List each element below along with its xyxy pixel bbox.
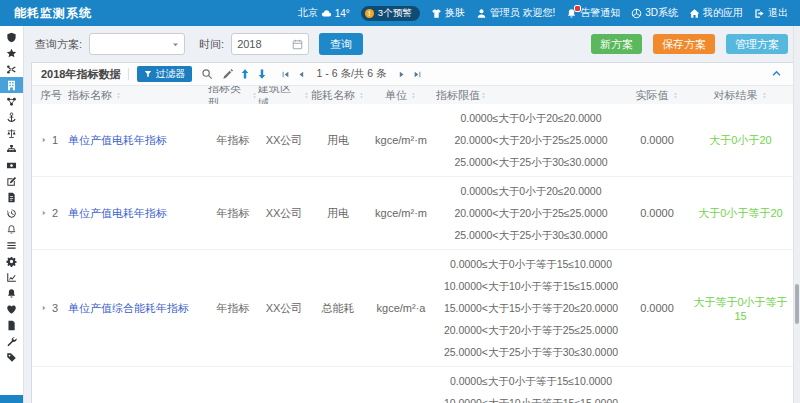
row-area: XX公司	[258, 301, 310, 316]
sidebar-item-bell-o[interactable]	[0, 221, 23, 237]
row-number: 2	[52, 207, 58, 219]
page-scrollbar[interactable]	[793, 26, 800, 403]
indicator-name-link[interactable]: 单位产值电耗年指标	[68, 206, 167, 221]
manage-plan-button[interactable]: 管理方案	[726, 34, 788, 54]
column-header-8[interactable]: 对标结果	[688, 88, 793, 103]
row-energy: 总能耗	[310, 301, 366, 316]
menu-item-label: 我的应用	[703, 6, 743, 20]
expand-row-icon[interactable]	[40, 304, 48, 312]
move-down-icon[interactable]	[256, 68, 268, 80]
menu-item-shirt[interactable]: 换肤	[431, 6, 465, 20]
sidebar-item-chart[interactable]	[0, 269, 23, 285]
sort-icon	[115, 92, 122, 99]
limit-range: 10.0000<大于10小于等于15≤15.0000	[436, 392, 626, 403]
sidebar-item-gear[interactable]	[0, 253, 23, 269]
column-header-5[interactable]: 单位	[366, 88, 436, 103]
sidebar-item-file[interactable]	[0, 317, 23, 333]
user-icon	[476, 8, 487, 19]
sidebar-item-document[interactable]	[0, 189, 23, 205]
expand-row-icon[interactable]	[40, 136, 48, 144]
row-number: 1	[52, 134, 58, 146]
sidebar-item-anchor[interactable]	[0, 109, 23, 125]
sidebar-item-tag[interactable]	[0, 349, 23, 365]
column-header-6[interactable]: 指标限值	[436, 85, 626, 106]
row-type: 年指标	[208, 301, 258, 316]
table-search-icon[interactable]	[201, 68, 213, 80]
sidebar-item-edit[interactable]	[0, 173, 23, 189]
table-row: 1单位产值电耗年指标年指标XX公司用电kgce/m²·m0.0000≤大于0小于…	[32, 104, 793, 177]
time-input[interactable]: 2018	[231, 33, 309, 55]
column-label: 能耗名称	[311, 88, 355, 103]
funnel-icon	[144, 70, 152, 78]
benchmark-result-cell: 大于0小于等于20	[688, 206, 793, 221]
sidebar-item-heart[interactable]	[0, 301, 23, 317]
menu-item-user[interactable]: 管理员 欢迎您!	[476, 6, 556, 20]
sort-icon	[761, 92, 768, 99]
alert-count-dot: !	[365, 9, 374, 18]
cluster-icon	[6, 96, 17, 107]
indicator-name-link[interactable]: 单位产值电耗年指标	[68, 133, 167, 148]
menu-item-d3[interactable]: 3D系统	[631, 6, 678, 20]
caret-down-icon	[171, 40, 180, 49]
file-icon	[6, 320, 17, 331]
pagination: 1 - 6 条/共 6 条	[281, 67, 421, 81]
column-header-7[interactable]: 实际值	[626, 88, 688, 103]
sidebar-item-list[interactable]	[0, 237, 23, 253]
sort-icon	[410, 92, 417, 99]
sidebar-item-history[interactable]	[0, 205, 23, 221]
table-row: 2单位产值电耗年指标年指标XX公司用电kgce/m²·m0.0000≤大于0小于…	[32, 177, 793, 250]
sidebar-item-scissors[interactable]	[0, 61, 23, 77]
move-up-icon[interactable]	[239, 68, 251, 80]
row-energy: 用电	[310, 206, 366, 221]
menu-item-bell[interactable]: 告警通知	[566, 6, 620, 20]
limit-range: 25.0000<大于25小于等于30≤30.0000	[436, 341, 626, 363]
history-icon	[6, 208, 17, 219]
indicator-name-cell: 单位产值电耗年指标	[68, 206, 208, 221]
sidebar-item-sitemap[interactable]	[0, 141, 23, 157]
limit-ranges-cell: 0.0000≤大于0小于等于15≤10.000010.0000<大于10小于等于…	[436, 250, 626, 366]
expand-row-icon[interactable]	[40, 209, 48, 217]
query-plan-select[interactable]	[89, 33, 185, 55]
alerts-badge[interactable]: ! 3个预警	[361, 6, 420, 21]
menu-item-label: 管理员 欢迎您!	[490, 6, 556, 20]
column-header-4[interactable]: 能耗名称	[310, 88, 366, 103]
menu-item-home[interactable]: 我的应用	[689, 6, 743, 20]
row-unit: kgce/m²·a	[366, 302, 436, 314]
search-button[interactable]: 查询	[319, 33, 363, 55]
menu-item-logout[interactable]: 退出	[754, 6, 788, 20]
alerts-label: 3个预警	[378, 7, 412, 20]
sidebar-item-cluster[interactable]	[0, 93, 23, 109]
collapse-panel-icon[interactable]	[771, 68, 782, 79]
scrollbar-thumb[interactable]	[795, 284, 799, 324]
indicator-name-link[interactable]: 单位产值综合能耗年指标	[68, 301, 189, 316]
sidebar-item-shield[interactable]	[0, 29, 23, 45]
column-label: 对标结果	[714, 88, 758, 103]
pagination-prev-icon[interactable]	[297, 70, 306, 79]
pagination-first-icon[interactable]	[281, 70, 290, 79]
row-type: 年指标	[208, 206, 258, 221]
sidebar-item-wrench[interactable]	[0, 333, 23, 349]
actual-value-cell: 0.0000	[626, 207, 688, 219]
main-content: 查询方案: 时间: 2018 查询 新方案 保存方案 管理方案 2018年指标数…	[25, 26, 800, 403]
column-header-1[interactable]: 指标名称	[68, 88, 208, 103]
edit-icon	[6, 176, 17, 187]
bell-o-icon	[6, 224, 17, 235]
sort-icon	[358, 92, 365, 99]
query-bar: 查询方案: 时间: 2018 查询 新方案 保存方案 管理方案	[25, 26, 800, 62]
sidebar-item-bell[interactable]	[0, 285, 23, 301]
sidebar-item-report[interactable]	[0, 77, 23, 93]
new-plan-button[interactable]: 新方案	[591, 34, 642, 54]
sidebar-item-scales[interactable]	[0, 125, 23, 141]
sidebar-item-star[interactable]	[0, 45, 23, 61]
pagination-next-icon[interactable]	[397, 70, 406, 79]
chart-icon	[6, 272, 17, 283]
clear-filter-icon[interactable]	[222, 68, 234, 80]
filter-button[interactable]: 过滤器	[137, 66, 192, 82]
time-label: 时间:	[199, 37, 224, 52]
indicator-name-cell: 单位产值电耗年指标	[68, 133, 208, 148]
pagination-text: 1 - 6 条/共 6 条	[316, 67, 386, 81]
bell-icon	[6, 288, 17, 299]
pagination-last-icon[interactable]	[413, 70, 422, 79]
save-plan-button[interactable]: 保存方案	[653, 34, 715, 54]
sidebar-item-money[interactable]	[0, 157, 23, 173]
